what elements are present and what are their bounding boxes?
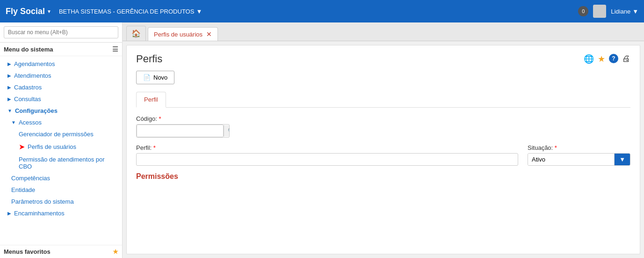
sidebar-item-agendamentos[interactable]: ▶ Agendamentos [0,58,122,70]
navbar-left: Fly Social ▼ BETHA SISTEMAS - GERÊNCIA D… [6,7,202,16]
brand-menu[interactable]: Fly Social ▼ [6,7,51,16]
sidebar-item-configuracoes[interactable]: ▼ Configurações [0,105,122,117]
menu-title: Menu do sistema [4,46,53,53]
brand-caret: ▼ [47,9,51,14]
org-caret: ▼ [196,8,202,15]
sidebar-header: Menu do sistema ☰ [0,43,122,56]
sidebar-item-perfis-usuarios[interactable]: ➤ Perfis de usuários [0,140,122,154]
situacao-select[interactable]: Ativo Inativo [528,154,614,165]
sidebar-footer: Menus favoritos ★ [0,245,122,258]
page-content: Perfis 🌐 ★ ? 🖨 📄 Novo Perfil [126,45,640,254]
sidebar-item-gerenciador-permissoes[interactable]: Gerenciador de permissões [0,128,122,140]
search-input[interactable] [4,26,118,38]
toolbar: 📄 Novo [136,71,630,84]
arrow-down-icon: ▼ [7,108,12,113]
sidebar-item-label: Acessos [19,119,42,126]
arrow-icon: ▶ [7,85,11,90]
help-icon[interactable]: ? [609,54,618,63]
sidebar: Menu do sistema ☰ ▶ Agendamentos ▶ Atend… [0,22,123,258]
codigo-search-icon[interactable]: 🔍 [224,125,230,137]
perfil-label: Perfil: * [136,144,518,151]
sidebar-item-label: Atendimentos [14,72,51,79]
situacao-select-wrapper: Ativo Inativo ▼ [528,153,630,166]
sidebar-item-acessos[interactable]: ▼ Acessos [0,117,122,128]
sidebar-item-permissao-cbo[interactable]: Permissão de atendimentos por CBO [0,154,122,172]
perfil-input[interactable] [136,153,518,166]
sidebar-item-label: Permissão de atendimentos por CBO [19,156,118,170]
novo-label: Novo [153,74,167,81]
sidebar-item-label: Entidade [11,186,35,193]
sidebar-item-label: Competências [11,175,50,182]
codigo-input-wrapper: 🔍 [136,124,230,138]
print-icon[interactable]: 🖨 [622,54,630,64]
sidebar-item-label: Perfis de usuários [28,143,76,150]
org-menu[interactable]: BETHA SISTEMAS - GERÊNCIA DE PRODUTOS ▼ [59,8,202,15]
sidebar-menu: ▶ Agendamentos ▶ Atendimentos ▶ Cadastro… [0,56,122,245]
sidebar-item-cadastros[interactable]: ▶ Cadastros [0,81,122,93]
tab-bar: 🏠 Perfis de usuários ✕ [123,22,644,41]
sidebar-search-container [0,22,122,43]
content-area: 🏠 Perfis de usuários ✕ Perfis 🌐 ★ ? 🖨 [123,22,644,258]
form-tabs: Perfil [136,92,630,108]
form-group-perfil: Perfil: * [136,144,518,166]
arrow-icon: ▶ [7,96,11,102]
form-group-codigo: Código: * 🔍 [136,115,230,138]
situacao-required: * [555,144,557,151]
navbar: Fly Social ▼ BETHA SISTEMAS - GERÊNCIA D… [0,0,644,22]
novo-button[interactable]: 📄 Novo [136,71,174,84]
tab-perfil[interactable]: Perfil [136,92,166,108]
arrow-icon: ▶ [7,61,11,66]
globe-icon[interactable]: 🌐 [584,54,594,64]
org-label: BETHA SISTEMAS - GERÊNCIA DE PRODUTOS [59,8,194,15]
arrow-icon: ▶ [7,73,11,78]
codigo-input[interactable] [137,125,224,137]
main-layout: Menu do sistema ☰ ▶ Agendamentos ▶ Atend… [0,22,644,258]
favorites-label: Menus favoritos [4,248,51,255]
permissions-title: Permissões [136,172,630,181]
sidebar-item-label: Cadastros [14,84,42,91]
user-caret: ▼ [632,8,638,15]
novo-icon: 📄 [143,74,151,81]
situacao-label: Situação: * [528,144,630,151]
notification-badge[interactable]: 0 [578,6,588,16]
sidebar-item-label: Agendamentos [14,60,55,67]
favorites-star-icon[interactable]: ★ [113,248,118,255]
situacao-dropdown-icon[interactable]: ▼ [614,154,630,165]
sidebar-item-competencias[interactable]: Competências [0,172,122,184]
sidebar-item-label: Configurações [15,107,58,114]
sidebar-item-label: Parâmetros do sistema [11,198,74,205]
star-icon[interactable]: ★ [598,54,605,64]
page-title: Perfis [136,53,162,65]
sidebar-item-label: Gerenciador de permissões [19,131,94,138]
sidebar-item-label: Encaminhamentos [14,210,65,217]
form-row-perfil-situacao: Perfil: * Situação: * Ativo Inativo [136,144,630,166]
tab-close-icon[interactable]: ✕ [206,30,212,38]
menu-icon: ☰ [112,45,118,53]
tab-perfil-label: Perfil [144,96,158,103]
perfil-required: * [153,144,156,151]
form-row-codigo: Código: * 🔍 [136,115,630,138]
page-actions: 🌐 ★ ? 🖨 [584,54,630,64]
submenu-acessos: Gerenciador de permissões ➤ Perfis de us… [0,128,122,172]
avatar [593,5,606,18]
brand-label: Fly Social [6,7,45,16]
navbar-right: 0 Lidiane ▼ [578,5,638,18]
sidebar-item-label: Consultas [14,96,41,103]
submenu-configuracoes: ▼ Acessos Gerenciador de permissões ➤ Pe… [0,117,122,207]
sidebar-item-consultas[interactable]: ▶ Consultas [0,93,122,105]
user-menu[interactable]: Lidiane ▼ [611,8,638,15]
sidebar-item-parametros[interactable]: Parâmetros do sistema [0,196,122,207]
codigo-required: * [159,115,161,122]
codigo-label: Código: * [136,115,230,122]
user-name: Lidiane [611,8,630,15]
tab-home[interactable]: 🏠 [126,26,146,41]
tab-label: Perfis de usuários [154,31,203,38]
sidebar-item-encaminhamentos[interactable]: ▶ Encaminhamentos [0,207,122,219]
page-header: Perfis 🌐 ★ ? 🖨 [136,53,630,65]
sidebar-item-entidade[interactable]: Entidade [0,184,122,196]
arrow-down-icon: ▼ [11,120,16,125]
tab-perfis-usuarios[interactable]: Perfis de usuários ✕ [148,27,218,41]
form-group-situacao: Situação: * Ativo Inativo ▼ [528,144,630,166]
sidebar-item-atendimentos[interactable]: ▶ Atendimentos [0,70,122,81]
arrow-icon: ▶ [7,211,11,216]
